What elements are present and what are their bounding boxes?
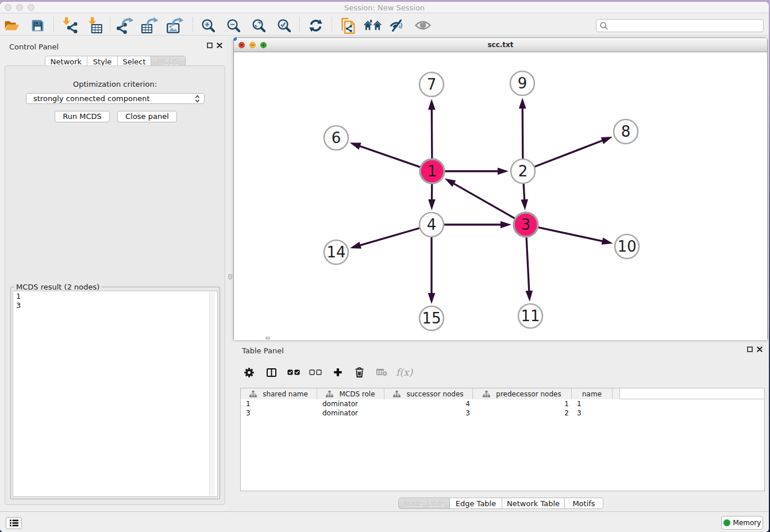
zoom-in-button[interactable] (198, 16, 218, 34)
node-table: shared nameMCDS rolesuccessor nodesprede… (240, 388, 765, 491)
graph-edge-arrowhead (525, 291, 533, 302)
export-table-button[interactable] (140, 16, 160, 34)
open-session-button[interactable] (2, 16, 22, 34)
table-cell: 3 (384, 408, 473, 418)
delete-table-button[interactable] (376, 365, 387, 379)
graph-edge-3-10[interactable] (536, 227, 604, 242)
export-network-button[interactable] (116, 16, 135, 34)
close-panel-button[interactable]: Close panel (117, 111, 177, 122)
graph-node-label: 6 (332, 129, 341, 147)
optimization-criterion-label: Optimization criterion: (5, 80, 225, 88)
task-history-button[interactable] (6, 517, 22, 529)
graph-edge-1-7[interactable] (432, 108, 432, 161)
window-titlebar: Session: New Session (0, 2, 769, 13)
run-mcds-button[interactable]: Run MCDS (55, 111, 110, 122)
zoom-out-button[interactable] (224, 16, 243, 34)
show-column-button[interactable] (267, 365, 276, 379)
graph-edge-3-1[interactable] (453, 183, 517, 219)
search-icon (600, 22, 608, 30)
float-panel-icon[interactable] (207, 43, 213, 48)
graph-edge-2-9[interactable] (522, 107, 523, 161)
tab-edge-table[interactable]: Edge Table (450, 498, 502, 509)
hide-selected-button[interactable] (387, 16, 407, 34)
memory-status-icon (723, 519, 730, 526)
graph-edge-arrowhead (428, 199, 436, 210)
zoom-fit-button[interactable] (249, 16, 268, 34)
select-all-button[interactable] (287, 365, 300, 379)
vertical-split-handle[interactable] (228, 274, 232, 279)
table-cell: 3 (572, 408, 613, 418)
column-header-predecessor-nodes[interactable]: predecessor nodes (473, 388, 572, 399)
table-row[interactable]: 1dominator411 (241, 399, 764, 408)
graph-node-label: 15 (422, 310, 441, 327)
graph-edge-3-11[interactable] (526, 235, 529, 292)
column-header-MCDS-role[interactable]: MCDS role (317, 388, 384, 399)
column-header-name[interactable]: name (572, 388, 613, 399)
export-image-button[interactable] (165, 16, 185, 34)
close-panel-icon[interactable] (217, 43, 222, 48)
add-row-button[interactable] (333, 365, 342, 379)
column-header-stub (613, 388, 620, 399)
graph-edge-arrowhead (350, 142, 361, 149)
column-header-successor-nodes[interactable]: successor nodes (384, 388, 473, 399)
column-label: name (582, 390, 602, 398)
graph-node-label: 1 (428, 163, 437, 180)
table-cell: dominator (317, 408, 384, 418)
graph-node-label: 2 (518, 163, 528, 180)
graph-edge-arrowhead (428, 99, 436, 110)
graph-edge-arrowhead (521, 199, 528, 210)
window-focus-corner (233, 37, 237, 41)
first-neighbors-button[interactable] (338, 16, 357, 34)
horizontal-split-handle[interactable] (265, 337, 270, 340)
table-row[interactable]: 3dominator323 (241, 408, 764, 418)
graph-node-label: 14 (326, 244, 345, 261)
network-canvas[interactable]: 7968124314101511 (234, 53, 767, 340)
table-settings-button[interactable] (244, 365, 254, 379)
desktop-pane: Control Panel NetworkStyleSelectMCDS Opt… (0, 36, 769, 511)
import-network-button[interactable] (60, 16, 79, 34)
column-header-shared-name[interactable]: shared name (241, 388, 317, 399)
control-panel-title: Control Panel (9, 43, 59, 51)
graph-edge-2-3[interactable] (523, 182, 525, 201)
search-input[interactable] (608, 20, 763, 32)
graph-edge-2-8[interactable] (533, 140, 604, 168)
save-session-button[interactable] (28, 16, 47, 34)
import-table-button[interactable] (85, 16, 105, 34)
main-toolbar (0, 14, 769, 36)
tab-network-table[interactable]: Network Table (502, 498, 565, 509)
tab-node-table[interactable]: Node Table (398, 498, 450, 509)
unselect-all-button[interactable] (309, 365, 322, 379)
mcds-result-box[interactable]: 1 3 (13, 291, 218, 497)
memory-label: Memory (733, 519, 761, 527)
delete-row-button[interactable] (355, 365, 364, 379)
show-hidden-button[interactable] (413, 16, 433, 34)
column-namespace-icon (249, 391, 257, 398)
tab-motifs[interactable]: Motifs (565, 498, 603, 509)
zoom-selected-button[interactable] (274, 16, 294, 34)
graph-edge-4-14[interactable] (359, 228, 421, 246)
function-builder-button[interactable]: f(x) (396, 365, 413, 379)
status-bar: Memory (0, 511, 769, 532)
close-panel-icon[interactable] (757, 346, 763, 352)
apply-layout-button[interactable] (306, 16, 325, 34)
column-namespace-icon (483, 391, 490, 398)
show-all-button[interactable] (363, 16, 382, 34)
memory-button[interactable]: Memory (721, 516, 763, 530)
network-window-titlebar[interactable]: scc.txt (234, 38, 767, 52)
graph-node-label: 4 (427, 216, 437, 233)
graph-edge-1-6[interactable] (359, 145, 422, 168)
mcds-result-scrollbar[interactable] (209, 292, 215, 496)
column-label: predecessor nodes (496, 390, 561, 398)
control-panel: Control Panel NetworkStyleSelectMCDS Opt… (0, 36, 227, 511)
network-graph: 7968124314101511 (234, 53, 767, 340)
graph-edge-arrowhead (602, 238, 613, 245)
graph-edge-arrowhead (428, 293, 436, 304)
float-panel-icon[interactable] (747, 346, 753, 352)
network-view-window: scc.txt 7968124314101511 (233, 37, 768, 340)
criterion-dropdown[interactable]: strongly connected component (26, 93, 205, 104)
table-panel-title: Table Panel (242, 346, 284, 355)
table-cell: 1 (473, 399, 572, 408)
table-cell: dominator (317, 399, 384, 408)
graph-edge-arrowhead (498, 168, 509, 175)
graph-node-label: 7 (427, 76, 437, 93)
